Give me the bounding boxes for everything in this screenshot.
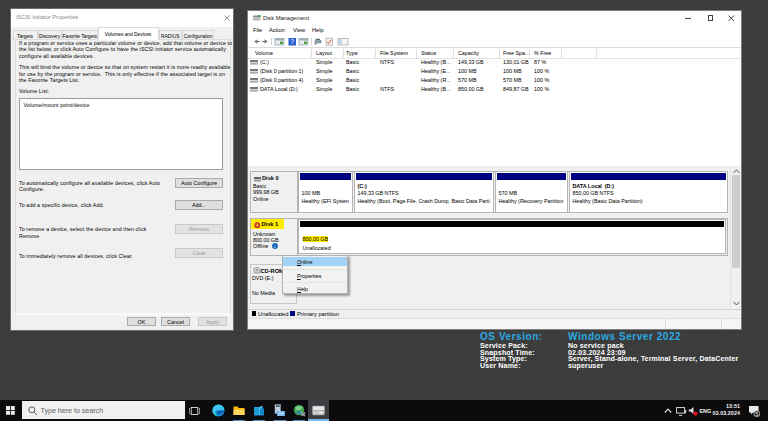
svg-text:5: 5 bbox=[755, 411, 758, 417]
svg-text:?: ? bbox=[290, 38, 294, 45]
